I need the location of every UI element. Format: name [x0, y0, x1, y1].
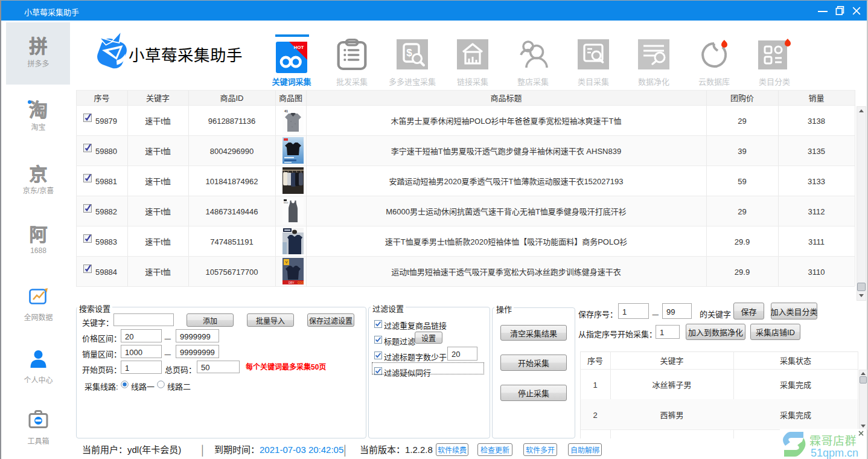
svg-text:COOL: COOL [298, 281, 304, 284]
svg-text:41: 41 [284, 109, 288, 114]
svg-text:DRY: DRY [289, 281, 294, 284]
svg-text:$: $ [406, 44, 412, 59]
svg-text:M600: M600 [284, 202, 289, 204]
svg-text:V: V [285, 259, 287, 265]
svg-text:HOT: HOT [294, 43, 304, 50]
